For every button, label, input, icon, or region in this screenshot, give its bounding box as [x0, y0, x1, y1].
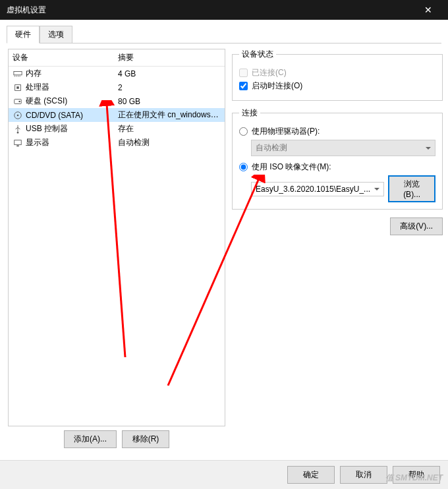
help-button[interactable]: 帮助 — [393, 466, 440, 484]
usb-icon — [13, 124, 23, 134]
device-status-group: 设备状态 已连接(C) 启动时连接(O) — [232, 49, 443, 101]
svg-rect-3 — [18, 75, 18, 76]
physical-radio[interactable] — [239, 127, 248, 136]
svg-point-10 — [17, 114, 19, 116]
device-name: 显示器 — [26, 137, 49, 148]
tab-options[interactable]: 选项 — [40, 26, 72, 43]
list-header: 设备 摘要 — [9, 49, 225, 67]
device-status-legend: 设备状态 — [239, 49, 276, 60]
tab-strip: 硬件 选项 — [7, 25, 441, 43]
titlebar: 虚拟机设置 ✕ — [0, 0, 448, 20]
connection-legend: 连接 — [239, 107, 260, 119]
connect-on-start-row[interactable]: 启动时连接(O) — [239, 80, 435, 92]
list-item-cpu[interactable]: 处理器 2 — [9, 80, 225, 94]
svg-rect-0 — [14, 71, 22, 74]
memory-icon — [13, 69, 23, 79]
device-list: 设备 摘要 内存 4 GB 处理器 2 硬盘 (SCSI) 80 GB CD/D… — [8, 49, 225, 426]
svg-point-8 — [18, 100, 20, 102]
window-title: 虚拟机设置 — [7, 5, 46, 16]
physical-radio-row[interactable]: 使用物理驱动器(P): — [239, 126, 435, 137]
tab-hardware[interactable]: 硬件 — [7, 26, 40, 43]
close-icon[interactable]: ✕ — [415, 5, 441, 15]
list-item-disk[interactable]: 硬盘 (SCSI) 80 GB — [9, 94, 225, 108]
list-item-cdrom[interactable]: CD/DVD (SATA) 正在使用文件 cn_windows_1... — [9, 108, 225, 122]
device-name: CD/DVD (SATA) — [26, 111, 83, 120]
device-summary: 存在 — [118, 123, 221, 134]
device-summary: 2 — [118, 83, 221, 92]
device-summary: 4 GB — [118, 69, 221, 78]
svg-rect-4 — [20, 75, 20, 76]
left-column: 设备 摘要 内存 4 GB 处理器 2 硬盘 (SCSI) 80 GB CD/D… — [8, 49, 225, 448]
connect-on-start-label: 启动时连接(O) — [252, 80, 302, 92]
iso-radio[interactable] — [239, 163, 248, 171]
header-device: 设备 — [13, 52, 118, 63]
connected-checkbox — [239, 69, 248, 77]
physical-label: 使用物理驱动器(P): — [252, 126, 320, 137]
panel: 设备 摘要 内存 4 GB 处理器 2 硬盘 (SCSI) 80 GB CD/D… — [7, 43, 441, 453]
browse-button[interactable]: 浏览(B)... — [388, 175, 435, 202]
display-icon — [13, 138, 23, 148]
connected-label: 已连接(C) — [252, 67, 287, 78]
device-summary: 80 GB — [118, 97, 221, 106]
iso-path-dropdown[interactable]: EasyU_3.6.2020.1015\EasyU_... — [251, 182, 384, 196]
cdrom-icon — [13, 110, 23, 121]
left-buttons: 添加(A)... 移除(R) — [8, 430, 225, 448]
bottom-bar: 确定 取消 帮助 — [0, 460, 448, 489]
right-column: 设备状态 已连接(C) 启动时连接(O) 连接 使用物理驱动器(P): 自动检测 — [232, 49, 443, 448]
add-button[interactable]: 添加(A)... — [64, 430, 117, 448]
device-name: 内存 — [26, 68, 42, 79]
device-name: 硬盘 (SCSI) — [26, 96, 67, 107]
svg-rect-6 — [16, 86, 19, 89]
remove-button[interactable]: 移除(R) — [122, 430, 169, 448]
connection-group: 连接 使用物理驱动器(P): 自动检测 使用 ISO 映像文件(M): Easy… — [232, 107, 443, 210]
iso-radio-row[interactable]: 使用 ISO 映像文件(M): — [239, 161, 435, 173]
list-item-usb[interactable]: USB 控制器 存在 — [9, 122, 225, 136]
svg-rect-2 — [16, 75, 16, 76]
svg-rect-1 — [14, 75, 15, 76]
advanced-button[interactable]: 高级(V)... — [390, 217, 443, 235]
header-summary: 摘要 — [118, 52, 134, 63]
svg-rect-12 — [14, 140, 22, 144]
device-name: USB 控制器 — [26, 123, 68, 134]
iso-label: 使用 ISO 映像文件(M): — [252, 161, 331, 173]
cancel-button[interactable]: 取消 — [340, 466, 387, 484]
cpu-icon — [13, 82, 23, 93]
disk-icon — [13, 96, 23, 107]
list-item-display[interactable]: 显示器 自动检测 — [9, 136, 225, 150]
list-item-memory[interactable]: 内存 4 GB — [9, 67, 225, 80]
physical-dropdown: 自动检测 — [251, 140, 435, 156]
svg-rect-13 — [16, 145, 19, 146]
svg-point-11 — [17, 131, 19, 133]
connected-checkbox-row: 已连接(C) — [239, 67, 435, 78]
device-summary: 自动检测 — [118, 137, 221, 148]
device-summary: 正在使用文件 cn_windows_1... — [118, 109, 221, 121]
content-area: 硬件 选项 设备 摘要 内存 4 GB 处理器 2 硬盘 (SCSI) — [0, 20, 448, 453]
device-name: 处理器 — [26, 82, 49, 93]
connect-on-start-checkbox[interactable] — [239, 82, 248, 90]
ok-button[interactable]: 确定 — [287, 466, 335, 484]
